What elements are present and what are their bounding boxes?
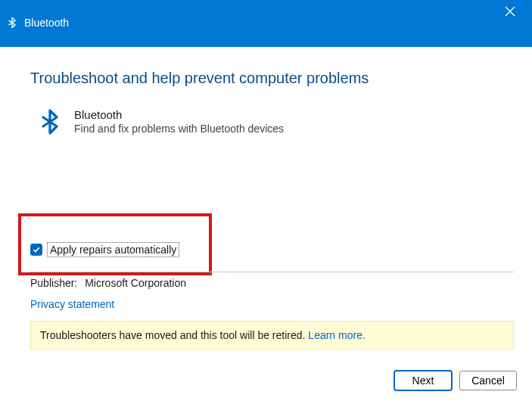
troubleshooter-name: Bluetooth (74, 108, 284, 121)
troubleshooter-item: Bluetooth Find and fix problems with Blu… (30, 108, 502, 135)
bluetooth-icon (6, 17, 18, 29)
footer-buttons: Next Cancel (394, 371, 517, 390)
close-button[interactable] (499, 3, 521, 22)
publisher-row: Publisher: Microsoft Corporation (30, 277, 186, 289)
close-icon (505, 6, 515, 17)
next-button[interactable]: Next (394, 371, 452, 390)
apply-repairs-checkbox[interactable] (30, 244, 42, 256)
apply-repairs-label[interactable]: Apply repairs automatically (47, 242, 179, 257)
page-heading: Troubleshoot and help prevent computer p… (30, 70, 502, 87)
publisher-value: Microsoft Corporation (85, 277, 186, 289)
apply-repairs-row[interactable]: Apply repairs automatically (30, 242, 179, 257)
checkmark-icon (32, 245, 41, 254)
troubleshooter-description: Find and fix problems with Bluetooth dev… (74, 123, 284, 135)
learn-more-link[interactable]: Learn more. (308, 329, 365, 341)
divider (30, 272, 514, 272)
titlebar: Bluetooth (0, 0, 532, 47)
retirement-notice: Troubleshooters have moved and this tool… (30, 321, 514, 350)
cancel-button[interactable]: Cancel (459, 371, 517, 390)
publisher-label: Publisher: (30, 277, 77, 289)
window-title: Bluetooth (24, 17, 69, 29)
notice-text: Troubleshooters have moved and this tool… (40, 329, 308, 341)
privacy-statement-link[interactable]: Privacy statement (30, 298, 114, 310)
bluetooth-large-icon (36, 108, 64, 135)
